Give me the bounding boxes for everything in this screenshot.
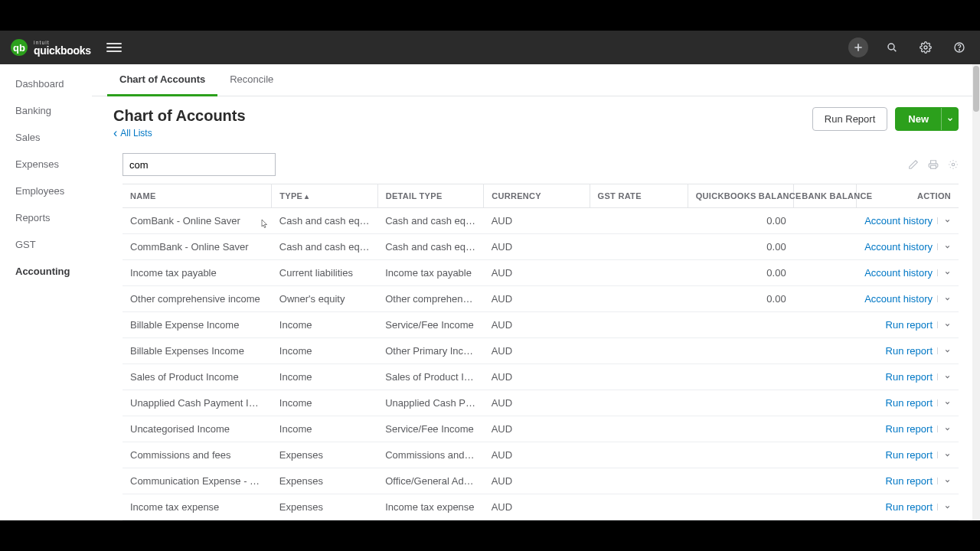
run-report-button[interactable]: Run Report xyxy=(812,107,887,131)
logo-product: quickbooks xyxy=(34,45,91,56)
chevron-down-icon[interactable] xyxy=(937,295,951,302)
chevron-down-icon[interactable] xyxy=(937,217,951,224)
cell-bank-balance xyxy=(794,312,857,338)
row-action-link[interactable]: Account history xyxy=(864,293,951,305)
cell-bank-balance xyxy=(794,442,857,468)
col-bank-balance[interactable]: BANK BALANCE xyxy=(794,184,857,208)
cell-detail: Service/Fee Income xyxy=(377,312,483,338)
sidebar-item-sales[interactable]: Sales xyxy=(0,124,92,151)
new-button-label: New xyxy=(896,108,941,130)
sidebar-item-banking[interactable]: Banking xyxy=(0,97,92,124)
menu-toggle-icon[interactable] xyxy=(106,43,122,52)
help-icon[interactable] xyxy=(949,37,969,57)
cell-detail: Income tax expense xyxy=(377,494,483,520)
table-row: Unapplied Cash Payment IncomeIncomeUnapp… xyxy=(122,390,959,416)
cell-detail: Income tax payable xyxy=(377,260,483,286)
cell-type: Owner's equity xyxy=(272,286,377,312)
row-action-link[interactable]: Run report xyxy=(886,475,951,487)
sidebar-item-gst[interactable]: GST xyxy=(0,231,92,258)
cell-currency: AUD xyxy=(484,364,590,390)
chevron-down-icon[interactable] xyxy=(937,373,951,380)
row-action-link[interactable]: Run report xyxy=(886,423,951,435)
sidebar: DashboardBankingSalesExpensesEmployeesRe… xyxy=(0,64,92,520)
chevron-down-icon[interactable] xyxy=(937,425,951,432)
cell-action: Run report xyxy=(857,390,959,416)
cell-name: Income tax payable xyxy=(122,260,272,286)
row-action-link[interactable]: Run report xyxy=(886,345,951,357)
cell-gst xyxy=(590,390,688,416)
row-action-link[interactable]: Run report xyxy=(886,319,951,331)
sidebar-item-reports[interactable]: Reports xyxy=(0,204,92,231)
search-input[interactable] xyxy=(122,153,276,176)
cell-name: ComBank - Online Saver xyxy=(122,208,272,234)
chevron-down-icon[interactable] xyxy=(937,504,951,510)
table-row: Other comprehensive incomeOwner's equity… xyxy=(122,286,959,312)
row-action-link[interactable]: Account history xyxy=(864,215,951,227)
chevron-down-icon[interactable] xyxy=(937,269,951,276)
create-icon[interactable] xyxy=(848,37,868,57)
col-currency[interactable]: CURRENCY xyxy=(484,184,590,208)
table-row: Billable Expense IncomeIncomeService/Fee… xyxy=(122,312,959,338)
tab-reconcile[interactable]: Reconcile xyxy=(217,64,286,96)
cell-type: Expenses xyxy=(272,468,377,494)
cell-action: Run report xyxy=(857,494,959,520)
cell-gst xyxy=(590,416,688,442)
cell-action: Run report xyxy=(857,312,959,338)
scrollbar-thumb[interactable] xyxy=(973,66,979,112)
cell-currency: AUD xyxy=(484,338,590,364)
col-type[interactable]: TYPE xyxy=(272,184,377,208)
cell-name: Other comprehensive income xyxy=(122,286,272,312)
new-button[interactable]: New xyxy=(895,107,959,131)
row-action-link[interactable]: Run report xyxy=(886,449,951,461)
cell-qb-balance: 0.00 xyxy=(688,208,793,234)
table-row: Income tax expenseExpensesIncome tax exp… xyxy=(122,494,959,520)
row-action-link[interactable]: Run report xyxy=(886,501,951,513)
cell-name: Management compensation xyxy=(122,520,272,521)
cell-action: Account history xyxy=(857,234,959,260)
cell-gst xyxy=(590,234,688,260)
edit-icon[interactable] xyxy=(908,159,919,170)
gear-icon[interactable] xyxy=(916,37,936,57)
col-qb-balance[interactable]: QUICKBOOKS BALANCE xyxy=(688,184,793,208)
table-row: Sales of Product IncomeIncomeSales of Pr… xyxy=(122,364,959,390)
scrollbar[interactable] xyxy=(972,64,980,520)
table-row: ComBank - Online SaverCash and cash equi… xyxy=(122,208,959,234)
sidebar-item-employees[interactable]: Employees xyxy=(0,178,92,204)
col-detail-type[interactable]: DETAIL TYPE xyxy=(377,184,483,208)
settings-gear-icon[interactable] xyxy=(948,159,959,170)
cell-qb-balance: 0.00 xyxy=(688,260,793,286)
search-icon[interactable] xyxy=(882,37,902,57)
row-action-link[interactable]: Run report xyxy=(886,397,951,409)
cell-bank-balance xyxy=(794,468,857,494)
svg-point-3 xyxy=(959,50,959,51)
sidebar-item-accounting[interactable]: Accounting xyxy=(0,258,92,285)
chevron-down-icon[interactable] xyxy=(937,243,951,250)
chevron-down-icon[interactable] xyxy=(937,478,951,484)
row-action-link[interactable]: Account history xyxy=(864,267,951,279)
cell-action: Account history xyxy=(857,286,959,312)
chevron-down-icon[interactable] xyxy=(937,399,951,406)
cell-gst xyxy=(590,364,688,390)
cell-currency: AUD xyxy=(484,286,590,312)
table-row: Management compensationExpensesManagemen… xyxy=(122,520,959,521)
table-row: Uncategorised IncomeIncomeService/Fee In… xyxy=(122,416,959,442)
col-name[interactable]: NAME xyxy=(122,184,272,208)
row-action-link[interactable]: Run report xyxy=(886,371,951,383)
cell-type: Cash and cash equivalents xyxy=(272,208,377,234)
row-action-link[interactable]: Account history xyxy=(864,241,951,253)
cell-currency: AUD xyxy=(484,494,590,520)
tab-chart-of-accounts[interactable]: Chart of Accounts xyxy=(107,64,217,96)
col-gst-rate[interactable]: GST RATE xyxy=(590,184,688,208)
chevron-down-icon[interactable] xyxy=(937,452,951,458)
cell-gst xyxy=(590,468,688,494)
chevron-down-icon[interactable] xyxy=(937,321,951,328)
print-icon[interactable] xyxy=(928,159,939,170)
sidebar-item-dashboard[interactable]: Dashboard xyxy=(0,70,92,97)
cell-detail: Cash and cash equivalents xyxy=(377,208,483,234)
chevron-down-icon[interactable] xyxy=(937,347,951,354)
table-row: CommBank - Online SaverCash and cash equ… xyxy=(122,234,959,260)
cell-bank-balance xyxy=(794,286,857,312)
sidebar-item-expenses[interactable]: Expenses xyxy=(0,151,92,178)
chevron-down-icon[interactable] xyxy=(941,108,958,130)
back-all-lists-link[interactable]: All Lists xyxy=(113,128,152,139)
